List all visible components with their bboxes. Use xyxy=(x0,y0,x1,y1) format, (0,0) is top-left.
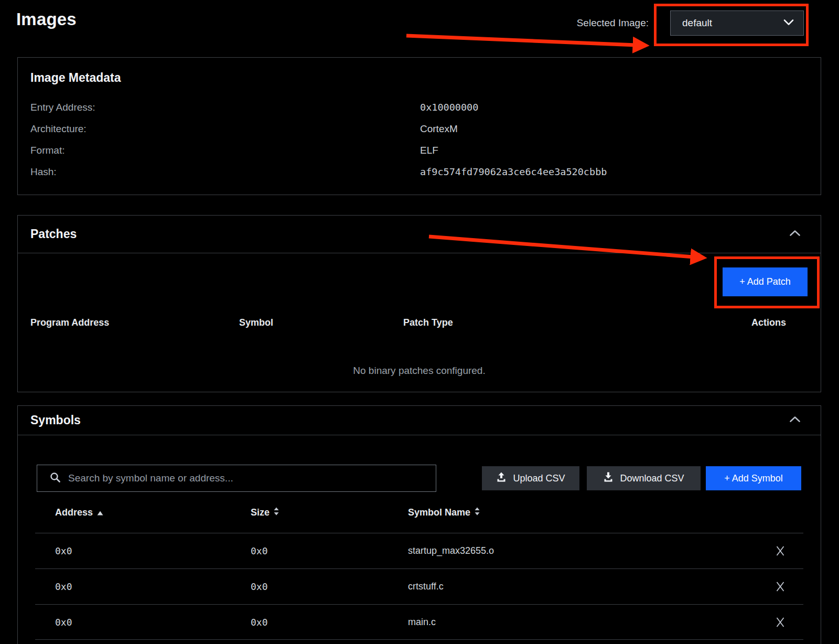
upload-icon xyxy=(496,472,507,485)
sort-both-icon xyxy=(475,507,480,518)
sort-size-header[interactable]: Size xyxy=(251,507,279,518)
symbols-toolbar: Upload CSV Download CSV + Add Symbol xyxy=(18,465,821,492)
metadata-title: Image Metadata xyxy=(30,70,808,85)
row-address: 0x0 xyxy=(35,545,230,556)
symbol-name-column-label: Symbol Name xyxy=(408,507,470,518)
chevron-down-icon xyxy=(783,18,794,28)
delete-symbol-button[interactable] xyxy=(772,542,788,560)
symbols-card: Symbols Upload CS xyxy=(17,405,821,644)
address-column-label: Address xyxy=(55,507,93,518)
image-selector-group: Selected Image: default xyxy=(577,10,804,36)
metadata-row: Hash: af9c574fd79062a3ce6c4ee3a520cbbb xyxy=(30,161,808,183)
delete-symbol-button[interactable] xyxy=(772,614,788,631)
format-value: ELF xyxy=(420,145,808,156)
metadata-row: Entry Address: 0x10000000 xyxy=(30,96,808,118)
row-symbol-name: main.c xyxy=(387,617,757,628)
entry-address-label: Entry Address: xyxy=(30,102,420,113)
delete-symbol-button[interactable] xyxy=(772,578,788,595)
annotation-arrow-to-dropdown xyxy=(406,36,636,45)
architecture-label: Architecture: xyxy=(30,123,420,135)
row-symbol-name: crtstuff.c xyxy=(387,581,757,592)
add-symbol-button[interactable]: + Add Symbol xyxy=(706,466,801,490)
symbols-table-header: Address Size Symbol Name xyxy=(35,492,803,533)
row-size: 0x0 xyxy=(230,581,387,592)
chevron-up-icon[interactable] xyxy=(789,229,801,239)
col-symbol: Symbol xyxy=(239,317,403,328)
x-icon xyxy=(776,586,785,594)
patches-empty-message: No binary patches configured. xyxy=(18,349,821,392)
upload-csv-label: Upload CSV xyxy=(513,473,565,484)
add-patch-button[interactable]: + Add Patch xyxy=(723,267,808,296)
download-csv-label: Download CSV xyxy=(620,473,684,484)
row-address: 0x0 xyxy=(35,581,230,592)
download-csv-button[interactable]: Download CSV xyxy=(587,466,701,490)
size-column-label: Size xyxy=(251,507,270,518)
row-size: 0x0 xyxy=(230,545,387,556)
patches-toolbar: + Add Patch xyxy=(18,253,821,297)
col-patch-type: Patch Type xyxy=(403,317,702,328)
col-actions: Actions xyxy=(702,317,786,328)
row-size: 0x0 xyxy=(230,617,387,628)
selected-image-label: Selected Image: xyxy=(577,17,649,29)
hash-label: Hash: xyxy=(30,166,420,178)
sort-both-icon xyxy=(274,507,279,518)
image-metadata-card: Image Metadata Entry Address: 0x10000000… xyxy=(17,57,821,195)
row-address: 0x0 xyxy=(35,617,230,628)
table-row: 0x0 0x0 crtstuff.c xyxy=(35,568,803,604)
architecture-value: CortexM xyxy=(420,123,808,135)
chevron-up-icon[interactable] xyxy=(789,415,801,425)
format-label: Format: xyxy=(30,145,420,156)
patches-title: Patches xyxy=(30,227,77,241)
download-icon xyxy=(603,472,614,485)
selected-image-dropdown[interactable]: default xyxy=(670,10,804,36)
patches-table-header: Program Address Symbol Patch Type Action… xyxy=(18,297,821,349)
metadata-row: Architecture: CortexM xyxy=(30,118,808,139)
col-program-address: Program Address xyxy=(30,317,239,328)
selected-image-value: default xyxy=(682,17,712,29)
metadata-row: Format: ELF xyxy=(30,139,808,161)
x-icon xyxy=(776,550,785,558)
page-title: Images xyxy=(16,9,77,29)
row-symbol-name: startup_max32655.o xyxy=(387,545,757,556)
upload-csv-button[interactable]: Upload CSV xyxy=(482,466,579,490)
symbol-search-box xyxy=(37,465,436,492)
symbols-table: Address Size Symbol Name xyxy=(35,492,803,640)
table-row: 0x0 0x0 startup_max32655.o xyxy=(35,533,803,568)
entry-address-value: 0x10000000 xyxy=(420,102,808,113)
patches-card: Patches + Add Patch Program Address Symb… xyxy=(17,215,821,392)
symbol-search-input[interactable] xyxy=(68,473,427,484)
symbols-title: Symbols xyxy=(30,413,81,427)
hash-value: af9c574fd79062a3ce6c4ee3a520cbbb xyxy=(420,166,808,177)
x-icon xyxy=(776,621,785,629)
search-icon xyxy=(50,472,61,485)
sort-ascending-icon xyxy=(97,507,103,518)
table-row: 0x0 0x0 main.c xyxy=(35,604,803,640)
sort-symbol-name-header[interactable]: Symbol Name xyxy=(408,507,480,518)
sort-address-header[interactable]: Address xyxy=(55,507,103,518)
